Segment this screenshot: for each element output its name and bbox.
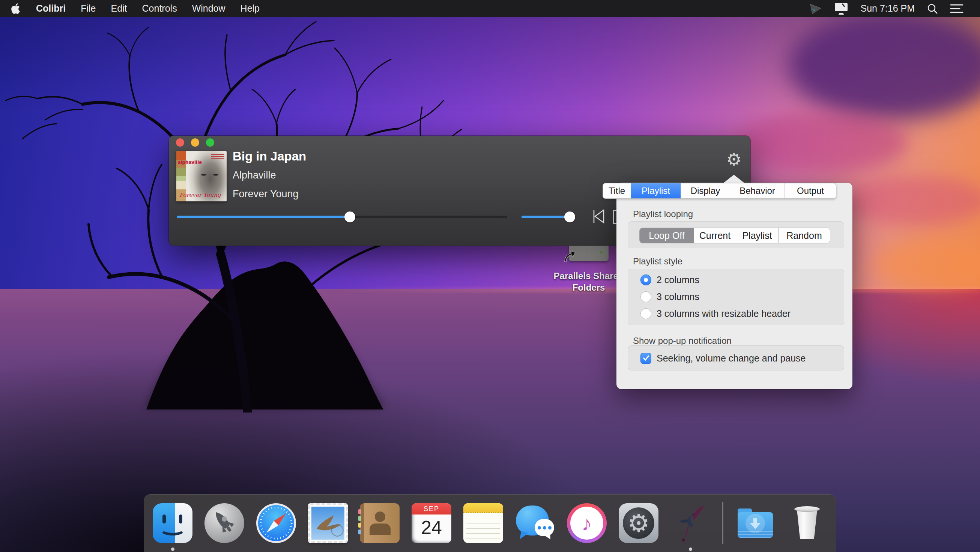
dock-icon-colibri[interactable] [670,503,710,543]
previous-track-icon[interactable] [592,209,606,224]
gear-icon[interactable]: ⚙ [724,149,744,170]
tab-behavior[interactable]: Behavior [730,183,785,198]
notification-center-icon[interactable] [950,3,964,14]
colibri-hummingbird-icon [670,503,710,543]
settings-popover: Playlist looping Loop Off Current Playli… [616,182,853,389]
dock-icon-launchpad[interactable] [204,503,244,543]
segment-current[interactable]: Current [694,228,736,243]
segment-random[interactable]: Random [778,228,830,243]
menu-window[interactable]: Window [192,3,226,14]
cloud [735,113,908,173]
display-icon[interactable] [834,2,848,15]
radio-3-columns-resizable[interactable] [640,308,651,319]
trash-icon [787,503,827,543]
dock-icon-calendar[interactable]: SEP 24 [412,503,451,543]
calendar-day: 24 [412,514,451,541]
menu-file[interactable]: File [81,3,95,14]
system-preferences-icon: ⚙ [619,503,659,543]
close-button[interactable] [176,138,184,147]
style-groupbox: 2 columns 3 columns 3 columns with resiz… [628,269,844,325]
alias-arrow-icon [563,251,576,263]
dock-icon-itunes[interactable]: ♪ [567,503,607,543]
dock: SEP 24 ♪ ⚙ [144,494,836,552]
mail-icon [308,503,348,543]
checkbox-seeking[interactable] [640,353,651,364]
segment-playlist[interactable]: Playlist [736,228,778,243]
popover-arrow [723,175,745,183]
checkbox-row-seeking[interactable]: Seeking, volume change and pause [640,351,806,366]
launchpad-icon [204,503,244,543]
tab-playlist[interactable]: Playlist [631,183,681,198]
dock-icon-finder[interactable] [153,503,192,543]
minimize-button[interactable] [191,138,199,147]
segment-loop-off[interactable]: Loop Off [640,228,694,243]
menu-help[interactable]: Help [240,3,259,14]
downloads-folder-icon [735,503,775,543]
radio-row-3-columns[interactable]: 3 columns [640,289,699,304]
tab-output[interactable]: Output [785,183,836,198]
track-title: Big in Japan [232,149,306,163]
progress-knob[interactable] [344,211,355,222]
drive-led [600,251,603,254]
parallels-icon[interactable] [809,3,822,14]
settings-tabs: Title Playlist Display Behavior Output [603,183,836,198]
dock-icon-mail[interactable] [308,503,348,543]
window-controls [176,138,214,147]
section-label-notification: Show pop-up notification [633,336,732,346]
menu-edit[interactable]: Edit [111,3,127,14]
looping-segmented-control: Loop Off Current Playlist Random [640,228,830,243]
zoom-button[interactable] [206,138,214,147]
dock-icon-trash[interactable] [787,503,827,543]
track-artist: Alphaville [232,170,276,181]
notification-groupbox: Seeking, volume change and pause [628,345,844,371]
dock-icon-downloads[interactable] [735,503,775,543]
dock-icon-contacts[interactable] [360,503,399,543]
dock-icon-messages[interactable] [515,503,555,543]
volume-slider[interactable] [522,216,575,218]
dock-separator [722,502,723,544]
radio-3-columns[interactable] [640,291,651,302]
apple-menu-icon[interactable] [11,3,21,14]
radio-row-2-columns[interactable]: 2 columns [640,272,699,287]
progress-slider[interactable] [177,216,507,218]
search-icon[interactable] [927,3,938,14]
track-album: Forever Young [232,188,299,200]
dock-icon-safari[interactable] [256,503,296,543]
volume-knob[interactable] [564,211,575,222]
check-icon [642,354,650,362]
menu-app-name[interactable]: Colibri [36,3,66,14]
running-indicator [171,547,175,551]
section-label-style: Playlist style [633,256,682,266]
tab-display[interactable]: Display [681,183,730,198]
dock-icon-system-preferences[interactable]: ⚙ [619,503,659,543]
contacts-icon [360,503,399,543]
menu-clock[interactable]: Sun 7:16 PM [860,3,915,14]
calendar-month: SEP [412,503,451,514]
tab-title[interactable]: Title [603,183,631,198]
album-art: alphaville Forever Young [177,151,227,201]
dock-icon-notes[interactable] [463,503,503,543]
notes-icon [463,503,503,543]
menu-bar: Colibri File Edit Controls Window Help S… [0,0,980,17]
radio-2-columns[interactable] [640,274,651,286]
menu-controls[interactable]: Controls [142,3,177,14]
radio-row-3-columns-resizable[interactable]: 3 columns with resizable header [640,306,791,321]
safari-icon [256,503,296,543]
calendar-icon: SEP 24 [412,503,451,543]
section-label-looping: Playlist looping [633,209,693,219]
finder-icon [153,503,192,543]
desktop: Parallels Shared Folders alphaville Fore… [0,0,980,552]
itunes-icon: ♪ [567,503,607,543]
running-indicator [689,547,692,551]
messages-icon [515,503,555,543]
